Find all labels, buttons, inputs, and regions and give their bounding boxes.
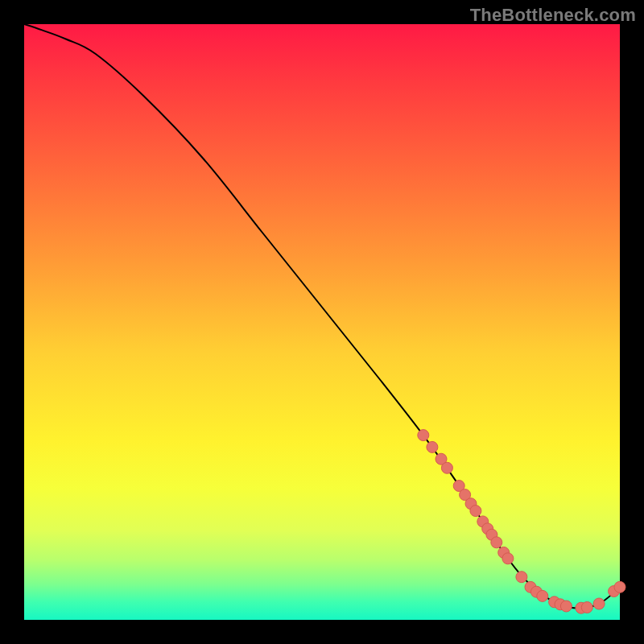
curve-marker — [441, 462, 452, 473]
curve-marker — [537, 590, 548, 601]
curve-marker — [491, 537, 502, 548]
curve-marker — [593, 598, 605, 609]
curve-marker — [581, 602, 592, 613]
bottleneck-chart — [0, 0, 644, 644]
plot-background — [24, 24, 620, 620]
curve-marker — [502, 553, 514, 564]
curve-marker — [614, 581, 625, 592]
curve-marker — [560, 601, 572, 612]
curve-marker — [418, 430, 429, 441]
curve-marker — [470, 506, 481, 517]
chart-stage: TheBottleneck.com — [0, 0, 644, 644]
curve-marker — [427, 441, 438, 452]
curve-marker — [516, 572, 527, 583]
